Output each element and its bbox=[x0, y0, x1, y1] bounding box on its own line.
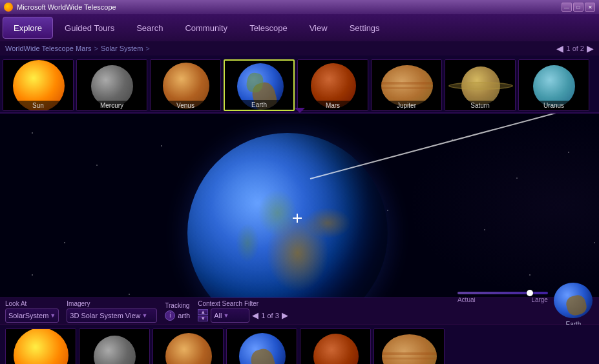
breadcrumb-bar: WorldWide Telescope Mars > Solar System … bbox=[0, 41, 599, 56]
imagery-group: Imagery 3D Solar System View ▼ bbox=[67, 300, 157, 323]
filter-next-button[interactable]: ▶ bbox=[282, 310, 288, 320]
title-bar: Microsoft WorldWide Telescope — □ ✕ bbox=[0, 0, 599, 14]
thumb-sun-label: Sun bbox=[3, 101, 73, 110]
pagination: ◀ 1 of 2 ▶ bbox=[556, 43, 594, 54]
thumb-jupiter[interactable]: Jupiter bbox=[371, 59, 442, 111]
nav-explore[interactable]: Explore bbox=[3, 17, 53, 39]
prev-page-button[interactable]: ◀ bbox=[556, 43, 563, 54]
window-title: Microsoft WorldWide Telescope bbox=[17, 3, 558, 11]
nav-bar: Explore Guided Tours Search Community Te… bbox=[0, 14, 599, 41]
milky-way bbox=[405, 114, 599, 298]
maximize-button[interactable]: □ bbox=[573, 3, 583, 12]
nav-view[interactable]: View bbox=[299, 17, 338, 39]
imagery-select-wrapper[interactable]: 3D Solar System View ▼ bbox=[67, 308, 157, 323]
thumb-earth-label: Earth bbox=[225, 100, 293, 110]
filter-up-button[interactable]: ▲ bbox=[198, 309, 208, 315]
look-at-select[interactable]: SolarSystem ▼ bbox=[5, 308, 59, 323]
controls-row: Look At SolarSystem ▼ Imagery 3D Solar S… bbox=[0, 298, 599, 325]
nav-settings[interactable]: Settings bbox=[339, 17, 390, 39]
thumb-saturn-label: Saturn bbox=[445, 101, 515, 110]
tracking-controls: i arth bbox=[165, 310, 190, 321]
thumb-earth[interactable]: Earth bbox=[224, 59, 295, 111]
tracking-label: Tracking bbox=[165, 302, 190, 309]
thumb-venus-label: Venus bbox=[151, 101, 220, 110]
thumb-uranus[interactable]: Uranus bbox=[518, 59, 589, 111]
btthumb-earth[interactable]: Earth bbox=[226, 329, 297, 364]
filter-prev-button[interactable]: ◀ bbox=[252, 310, 258, 320]
btthumb-mercury[interactable]: Mercury bbox=[79, 329, 150, 364]
filter-nav-arrows: ▲ ▼ bbox=[198, 309, 208, 321]
planet-size-thumb[interactable] bbox=[527, 290, 533, 296]
thumb-saturn[interactable]: Saturn bbox=[445, 59, 516, 111]
btthumb-mars[interactable]: Mars bbox=[300, 329, 371, 364]
thumb-jupiter-label: Jupiter bbox=[372, 101, 441, 110]
bottom-thumbnail-strip: Sun Mercury Venus Earth bbox=[0, 325, 599, 364]
nav-community[interactable]: Community bbox=[174, 17, 238, 39]
look-at-label: Look At bbox=[5, 300, 59, 307]
app-icon bbox=[4, 3, 13, 12]
filter-select[interactable]: All ▼ bbox=[211, 308, 249, 323]
nav-search[interactable]: Search bbox=[126, 17, 173, 39]
tracking-group: Tracking i arth bbox=[165, 302, 190, 321]
strip-down-arrow bbox=[295, 108, 305, 113]
planet-size-slider[interactable] bbox=[457, 292, 548, 294]
breadcrumb-wwtmars[interactable]: WorldWide Telescope Mars bbox=[5, 45, 91, 52]
breadcrumb: WorldWide Telescope Mars > Solar System … bbox=[5, 45, 150, 52]
look-at-select-wrapper[interactable]: SolarSystem ▼ bbox=[5, 308, 59, 323]
imagery-select[interactable]: 3D Solar System View ▼ bbox=[67, 308, 157, 323]
filter-label: Context Search Filter bbox=[198, 300, 288, 307]
thumb-sun[interactable]: Sun bbox=[3, 59, 74, 111]
look-at-dropdown-arrow: ▼ bbox=[50, 312, 56, 319]
filter-down-button[interactable]: ▼ bbox=[198, 316, 208, 321]
look-at-group: Look At SolarSystem ▼ bbox=[5, 300, 59, 323]
filter-row: ▲ ▼ All ▼ ◀ 1 of 3 ▶ bbox=[198, 308, 288, 323]
bottom-panel: Look At SolarSystem ▼ Imagery 3D Solar S… bbox=[0, 298, 599, 364]
window-controls: — □ ✕ bbox=[562, 3, 595, 12]
btthumb-jupiter[interactable]: Jupiter bbox=[373, 329, 445, 364]
earth-preview bbox=[554, 283, 593, 318]
imagery-label: Imagery bbox=[67, 300, 157, 307]
filter-dropdown-arrow: ▼ bbox=[223, 312, 229, 319]
close-button[interactable]: ✕ bbox=[585, 3, 595, 12]
main-viewport[interactable] bbox=[0, 114, 599, 298]
btthumb-sun[interactable]: Sun bbox=[5, 329, 76, 364]
breadcrumb-solarsystem[interactable]: Solar System bbox=[101, 45, 143, 52]
thumb-mars[interactable]: Mars bbox=[297, 59, 368, 111]
thumb-mars-label: Mars bbox=[298, 101, 368, 110]
page-indicator: 1 of 2 bbox=[566, 45, 584, 52]
earth-globe bbox=[187, 133, 388, 298]
thumb-uranus-label: Uranus bbox=[519, 101, 589, 110]
tracking-info-button[interactable]: i bbox=[165, 310, 175, 321]
next-page-button[interactable]: ▶ bbox=[587, 43, 594, 54]
crosshair bbox=[293, 214, 302, 223]
thumbnail-strip: Sun Mercury Venus Earth Mars bbox=[0, 56, 599, 114]
thumb-venus[interactable]: Venus bbox=[150, 59, 221, 111]
imagery-dropdown-arrow: ▼ bbox=[142, 312, 148, 319]
thumb-mercury-label: Mercury bbox=[77, 101, 147, 110]
minimize-button[interactable]: — bbox=[562, 3, 572, 12]
filter-group: Context Search Filter ▲ ▼ All ▼ ◀ 1 of 3… bbox=[198, 300, 288, 323]
tracking-value: arth bbox=[178, 312, 190, 319]
filter-page-info: 1 of 3 bbox=[261, 312, 279, 319]
btthumb-venus[interactable]: Venus bbox=[152, 329, 224, 364]
thumb-mercury[interactable]: Mercury bbox=[76, 59, 147, 111]
nav-guided-tours[interactable]: Guided Tours bbox=[54, 17, 125, 39]
nav-telescope[interactable]: Telescope bbox=[239, 17, 298, 39]
